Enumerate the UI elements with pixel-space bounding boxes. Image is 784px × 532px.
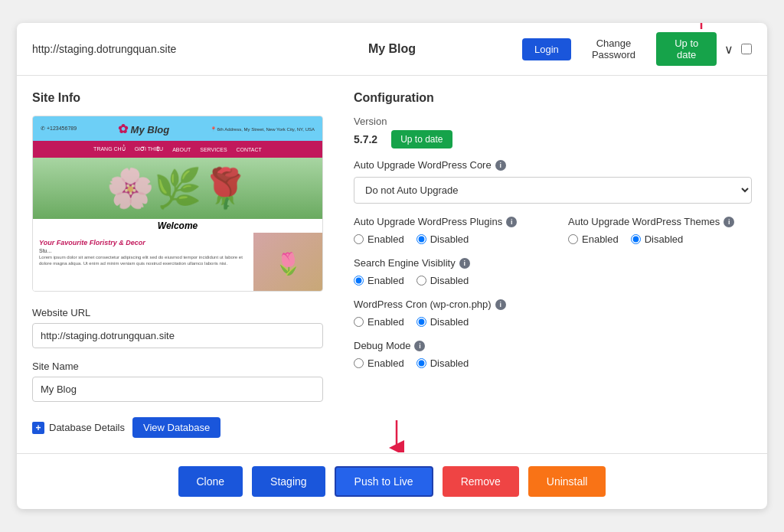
auto-upgrade-core-info-icon[interactable]: i xyxy=(495,160,506,171)
debug-mode-radio-group: Enabled Disabled xyxy=(354,357,752,369)
uninstall-button[interactable]: Uninstall xyxy=(528,466,606,497)
preview-address: 📍 6th Address, My Street, New York City,… xyxy=(211,126,315,132)
preview-welcome-text: Welcome xyxy=(33,219,322,233)
right-panel: Configuration Version 5.7.2 Up to date A… xyxy=(354,91,752,438)
db-plus-icon[interactable]: + xyxy=(32,422,44,434)
search-disabled-option[interactable]: Disabled xyxy=(416,275,469,286)
themes-radio-group: Enabled Disabled xyxy=(568,233,752,245)
themes-disabled-radio[interactable] xyxy=(631,234,641,244)
version-label: Version xyxy=(354,116,752,127)
plugins-enabled-label: Enabled xyxy=(368,233,404,245)
wp-cron-row: WordPress Cron (wp-cron.php) i Enabled D… xyxy=(354,299,752,328)
card-footer: Clone Staging Push to Live Remove Uninst… xyxy=(17,453,767,509)
auto-upgrade-plugins-label: Auto Upgrade WordPress Plugins i xyxy=(354,216,537,227)
preview-content-row: Your Favourite Floristry & Decor Stu... … xyxy=(33,233,322,292)
auto-upgrade-themes-info-icon[interactable]: i xyxy=(724,217,734,227)
plugins-disabled-option[interactable]: Disabled xyxy=(416,233,469,245)
db-details-text: Database Details xyxy=(49,422,125,433)
site-title: My Blog xyxy=(277,42,507,56)
preview-heading: Your Favourite Floristry & Decor xyxy=(39,239,247,246)
view-database-button[interactable]: View Database xyxy=(132,417,220,438)
website-url-label: Website URL xyxy=(32,307,323,318)
wp-cron-info-icon[interactable]: i xyxy=(495,299,506,310)
site-name-input[interactable] xyxy=(32,377,323,402)
debug-mode-info-icon[interactable]: i xyxy=(414,341,425,351)
debug-disabled-option[interactable]: Disabled xyxy=(416,357,469,369)
red-arrow-up-svg xyxy=(694,23,709,31)
card-body: Site Info ✆ +123456789 ✿ My Blog 📍 6th A… xyxy=(17,76,767,453)
plugins-disabled-label: Disabled xyxy=(430,233,469,245)
debug-enabled-option[interactable]: Enabled xyxy=(354,357,404,369)
nav-trang-chu: TRANG CHỦ xyxy=(93,146,126,152)
auto-upgrade-themes-label: Auto Upgrade WordPress Themes i xyxy=(568,216,752,227)
debug-enabled-label: Enabled xyxy=(368,357,404,369)
nav-contact: CONTACT xyxy=(237,147,262,152)
themes-disabled-option[interactable]: Disabled xyxy=(631,233,684,245)
select-checkbox[interactable] xyxy=(741,43,752,55)
red-arrow-down-svg xyxy=(389,419,404,452)
wp-cron-radio-group: Enabled Disabled xyxy=(354,316,752,328)
preview-sub: Stu... xyxy=(39,248,247,253)
search-engine-info-icon[interactable]: i xyxy=(459,258,470,269)
themes-enabled-radio[interactable] xyxy=(568,234,578,244)
site-name-label: Site Name xyxy=(32,361,323,372)
card-header: http://staging.dotrungquan.site My Blog … xyxy=(17,23,767,76)
debug-mode-row: Debug Mode i Enabled Disabled xyxy=(354,340,752,369)
cron-enabled-radio[interactable] xyxy=(354,317,364,327)
login-button[interactable]: Login xyxy=(522,38,571,60)
db-details-label: + Database Details xyxy=(32,422,125,434)
up-to-date-inline-button[interactable]: Up to date xyxy=(391,130,452,149)
themes-enabled-option[interactable]: Enabled xyxy=(568,233,619,245)
debug-disabled-label: Disabled xyxy=(430,357,469,369)
plugins-enabled-option[interactable]: Enabled xyxy=(354,233,404,245)
config-title: Configuration xyxy=(354,91,752,105)
preview-hero: 🌸🌿🌹 xyxy=(33,158,322,219)
change-password-button[interactable]: Change Password xyxy=(579,38,648,60)
cron-disabled-label: Disabled xyxy=(430,316,469,328)
cron-enabled-option[interactable]: Enabled xyxy=(354,316,404,328)
search-disabled-label: Disabled xyxy=(430,275,469,286)
search-engine-row: Search Engine Visiblity i Enabled Disabl… xyxy=(354,257,752,286)
auto-upgrade-two-col: Auto Upgrade WordPress Plugins i Enabled… xyxy=(354,216,752,245)
site-info-title: Site Info xyxy=(32,91,323,105)
up-to-date-header-button[interactable]: Up to date xyxy=(656,32,717,66)
preview-left-content: Your Favourite Floristry & Decor Stu... … xyxy=(33,233,253,292)
search-engine-label: Search Engine Visiblity i xyxy=(354,257,752,269)
site-preview: ✆ +123456789 ✿ My Blog 📍 6th Address, My… xyxy=(32,116,323,292)
site-url: http://staging.dotrungquan.site xyxy=(32,43,262,55)
search-enabled-option[interactable]: Enabled xyxy=(354,275,404,286)
preview-phone: ✆ +123456789 xyxy=(41,126,77,132)
red-arrow-down-indicator xyxy=(389,419,404,455)
auto-upgrade-core-select[interactable]: Do not Auto Upgrade xyxy=(354,177,752,204)
auto-upgrade-core-label: Auto Upgrade WordPress Core i xyxy=(354,159,752,171)
staging-button[interactable]: Staging xyxy=(252,466,325,497)
nav-about: ABOUT xyxy=(172,147,191,152)
left-panel: Site Info ✆ +123456789 ✿ My Blog 📍 6th A… xyxy=(32,91,323,438)
website-url-input[interactable] xyxy=(32,323,323,348)
clone-button[interactable]: Clone xyxy=(178,466,243,497)
debug-disabled-radio[interactable] xyxy=(416,358,426,368)
search-engine-radio-group: Enabled Disabled xyxy=(354,275,752,286)
search-enabled-radio[interactable] xyxy=(354,276,364,286)
version-section: Version 5.7.2 Up to date xyxy=(354,116,752,149)
auto-upgrade-plugins-col: Auto Upgrade WordPress Plugins i Enabled… xyxy=(354,216,537,245)
remove-button[interactable]: Remove xyxy=(443,466,519,497)
up-to-date-container: Up to date xyxy=(656,32,717,66)
preview-right-image: 🌷 xyxy=(253,233,322,292)
preview-logo: ✿ My Blog xyxy=(77,122,211,136)
cron-disabled-option[interactable]: Disabled xyxy=(416,316,469,328)
chevron-down-icon[interactable]: ∨ xyxy=(724,42,733,57)
red-arrow-up-indicator xyxy=(694,23,709,31)
auto-upgrade-plugins-info-icon[interactable]: i xyxy=(506,217,517,227)
themes-disabled-label: Disabled xyxy=(645,233,684,245)
push-to-live-button[interactable]: Push to Live xyxy=(335,466,433,497)
plugins-disabled-radio[interactable] xyxy=(416,234,426,244)
preview-hero-flowers: 🌸🌿🌹 xyxy=(106,166,249,211)
version-number: 5.7.2 xyxy=(354,133,377,145)
search-enabled-label: Enabled xyxy=(368,275,404,286)
plugins-enabled-radio[interactable] xyxy=(354,234,364,244)
db-details-row: + Database Details View Database xyxy=(32,417,323,438)
debug-enabled-radio[interactable] xyxy=(354,358,364,368)
cron-disabled-radio[interactable] xyxy=(416,317,426,327)
search-disabled-radio[interactable] xyxy=(416,276,426,286)
